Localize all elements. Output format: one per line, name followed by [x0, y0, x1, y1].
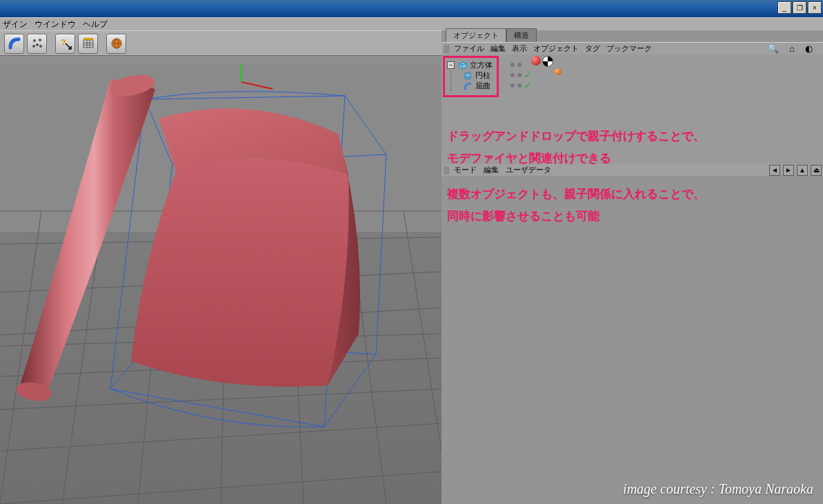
svg-point-1: [39, 39, 41, 41]
tree-row-bend[interactable]: 屈曲: [447, 81, 493, 91]
main-menubar: ザイン ウインドウ ヘルプ: [0, 17, 823, 31]
svg-line-38: [241, 82, 272, 89]
svg-point-0: [33, 39, 36, 42]
object-tags: [531, 56, 562, 75]
svg-line-21: [0, 389, 442, 410]
panel-menu-view[interactable]: 表示: [512, 43, 527, 54]
bend-icon: [8, 37, 21, 50]
tree-label-cube: 立方体: [470, 60, 493, 70]
viewport-header: [0, 55, 442, 65]
panel-menu-objects[interactable]: オブジェクト: [533, 43, 579, 54]
attr-nav-next[interactable]: ►: [783, 165, 794, 176]
image-credit: image courtesy : Tomoya Naraoka: [623, 481, 813, 497]
globe-icon: [110, 37, 123, 50]
panel-grip-icon[interactable]: [444, 45, 450, 53]
tree-row-cube[interactable]: − 立方体: [447, 60, 493, 70]
bend-deformer-icon: [463, 82, 473, 90]
svg-text:?: ?: [61, 37, 66, 48]
object-manager-menu: ファイル 編集 表示 オブジェクト タグ ブックマーク 🔍 ⌂ ◐: [442, 42, 823, 54]
tree-row-cylinder[interactable]: 円柱: [447, 70, 493, 81]
svg-marker-39: [459, 62, 466, 69]
panel-menu-tags[interactable]: タグ: [585, 43, 600, 54]
tool-help-picker-button[interactable]: ?: [55, 34, 75, 54]
visibility-dots-cylinder[interactable]: ✓: [510, 70, 531, 80]
phong-tag-icon[interactable]: [555, 68, 562, 75]
tool-browser-button[interactable]: [106, 34, 126, 54]
panel-eye-icon[interactable]: ◐: [805, 43, 813, 54]
menu-help[interactable]: ヘルプ: [83, 19, 108, 30]
panel-menu-bookmarks[interactable]: ブックマーク: [606, 43, 652, 54]
tool-deformer-button[interactable]: [4, 34, 24, 54]
svg-point-45: [465, 77, 470, 79]
attr-nav-lock[interactable]: ⏏: [811, 165, 822, 176]
texture-tag-icon[interactable]: [542, 56, 553, 67]
panel-search-icon[interactable]: 🔍: [768, 43, 779, 54]
enable-check-icon[interactable]: ✓: [524, 81, 531, 90]
menu-design[interactable]: ザイン: [3, 19, 28, 30]
svg-line-30: [404, 211, 442, 451]
cylinder-icon: [463, 72, 473, 80]
tree-label-cylinder: 円柱: [475, 70, 490, 81]
material-tag-icon[interactable]: [531, 56, 541, 65]
attr-nav-up[interactable]: ▲: [797, 165, 808, 176]
svg-rect-6: [83, 40, 93, 48]
annotation-text-1: ドラッグアンドドロップで親子付けすることで、 モデファイヤと関連付けできる: [447, 125, 705, 170]
window-minimize-button[interactable]: _: [777, 1, 791, 14]
viewport-scene: [0, 65, 442, 504]
panel-menu-file[interactable]: ファイル: [454, 43, 484, 54]
panel-home-icon[interactable]: ⌂: [789, 43, 795, 54]
panel-tab-structure[interactable]: 構造: [506, 28, 537, 42]
enable-check-icon[interactable]: ✓: [524, 70, 531, 80]
tool-snap-grid-button[interactable]: [78, 34, 98, 54]
svg-line-22: [0, 423, 442, 451]
help-arrow-icon: ?: [59, 37, 72, 50]
viewport-3d[interactable]: [0, 65, 442, 504]
menu-window[interactable]: ウインドウ: [34, 19, 76, 30]
cube-icon: [457, 61, 467, 70]
tool-particles-button[interactable]: [27, 34, 47, 54]
svg-point-2: [36, 43, 39, 46]
tree-label-bend: 屈曲: [475, 81, 490, 91]
window-titlebar: _ ❐ ×: [0, 0, 823, 17]
highlighted-tree-region: − 立方体 円柱 屈曲: [443, 56, 499, 97]
annotation-text-2: 複数オブジェクトも、親子関係に入れることで、 同時に影響させることも可能: [447, 183, 705, 228]
panel-tab-objects[interactable]: オブジェクト: [446, 28, 506, 42]
visibility-dots-bend[interactable]: ✓: [510, 80, 531, 90]
svg-rect-11: [83, 38, 93, 40]
particles-icon: [30, 37, 44, 50]
tree-expander[interactable]: −: [447, 61, 455, 69]
panel-menu-edit[interactable]: 編集: [490, 43, 506, 54]
window-close-button[interactable]: ×: [808, 1, 822, 14]
attr-nav-prev[interactable]: ◄: [769, 165, 780, 176]
svg-point-3: [32, 45, 35, 48]
svg-line-33: [376, 154, 386, 354]
window-maximize-button[interactable]: ❐: [793, 1, 806, 14]
visibility-dots-cube[interactable]: [510, 59, 531, 70]
grid-icon: [81, 37, 95, 50]
svg-point-4: [39, 45, 42, 48]
